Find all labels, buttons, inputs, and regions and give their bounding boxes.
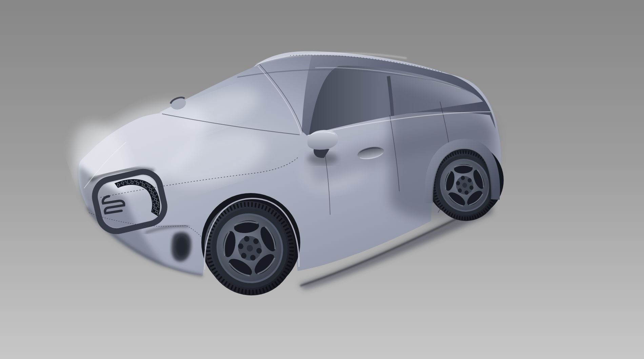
render-canvas[interactable] — [0, 0, 644, 359]
fog-lamp-core — [176, 236, 188, 257]
cad-viewport[interactable] — [0, 0, 644, 359]
